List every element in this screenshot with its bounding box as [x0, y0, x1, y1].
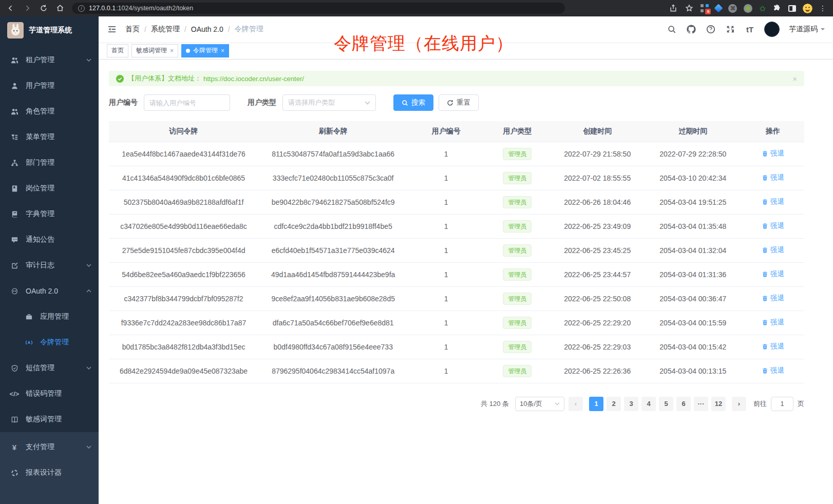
user-menu[interactable]: 芋道源码 — [789, 25, 825, 34]
expire-time-cell: 2054-03-04 00:15:42 — [645, 335, 742, 359]
page-size-select[interactable]: 10条/页 — [515, 397, 564, 411]
app-logo[interactable]: 芋道管理系统 — [0, 16, 99, 44]
force-logout-link[interactable]: 强退 — [762, 294, 784, 303]
bookmark-star-icon[interactable] — [685, 4, 694, 13]
user-id-input[interactable] — [144, 94, 230, 111]
sidebar-item-role[interactable]: 角色管理 — [0, 99, 99, 124]
navbar-actions: tT 芋道源码 — [667, 22, 825, 37]
force-logout-link[interactable]: 强退 — [762, 221, 784, 230]
page-button[interactable]: 12 — [711, 397, 726, 411]
sidebar-item-oauth-app[interactable]: 应用管理 — [0, 304, 99, 329]
search-button[interactable]: 搜索 — [393, 94, 433, 111]
forward-icon[interactable] — [23, 4, 32, 13]
sidebar-item-dict[interactable]: 字典管理 — [0, 201, 99, 227]
sidebar-item-oauth-token[interactable]: 令牌管理 — [0, 329, 99, 355]
sidebar-item-label: 租户管理 — [26, 55, 54, 65]
chevron-down-icon — [86, 366, 91, 370]
site-info-icon[interactable]: i — [78, 5, 85, 12]
page-button[interactable]: 6 — [676, 397, 691, 411]
close-icon[interactable]: × — [221, 47, 224, 54]
chevron-down-icon — [365, 101, 370, 105]
page-button[interactable]: 5 — [659, 397, 673, 411]
help-icon[interactable] — [706, 24, 716, 34]
tab-home[interactable]: 首页 — [107, 44, 128, 57]
reset-button[interactable]: 重置 — [439, 94, 479, 111]
force-logout-link[interactable]: 强退 — [762, 342, 784, 351]
page-ellipsis-button[interactable]: ··· — [694, 397, 708, 411]
users-icon — [10, 107, 18, 115]
user-type-select[interactable]: 请选择用户类型 — [282, 94, 376, 111]
code-icon: </> — [10, 390, 18, 398]
breadcrumb-item[interactable]: 首页 — [125, 25, 140, 34]
next-page-button[interactable]: › — [732, 397, 746, 411]
address-bar[interactable]: i 127.0.0.1:1024/system/oauth2/token — [72, 3, 565, 14]
user-avatar[interactable] — [764, 22, 780, 37]
browser-profile-avatar[interactable] — [803, 4, 812, 13]
created-time-cell: 2022-06-25 23:45:25 — [551, 238, 645, 262]
fullscreen-icon[interactable] — [725, 24, 735, 34]
table-row: b0d1785bc3a8482f812db4a3f3bd15ecb0df4980… — [109, 335, 804, 359]
sidebar-item-audit[interactable]: 审计日志 — [0, 253, 99, 278]
force-logout-link[interactable]: 强退 — [762, 245, 784, 255]
reload-icon[interactable] — [39, 4, 48, 13]
sidebar-item-label: 支付管理 — [26, 442, 54, 452]
browser-menu-icon[interactable]: ⋮ — [819, 4, 827, 12]
org-chart-icon — [10, 159, 18, 167]
token-table-body: 1ea5e44f8bc1467aaede43144f31de76811c5304… — [109, 142, 804, 383]
goto-page-input[interactable] — [771, 397, 793, 411]
doc-link[interactable]: https://doc.iocoder.cn/user-center/ — [203, 75, 304, 83]
command-extension-icon[interactable]: ⌘ — [728, 4, 737, 13]
sidebar-item-notice[interactable]: 通知公告 — [0, 227, 99, 253]
page-button[interactable]: 2 — [607, 397, 621, 411]
extensions-puzzle-icon[interactable] — [772, 4, 782, 13]
split-screen-icon[interactable] — [788, 5, 796, 12]
page-button[interactable]: 4 — [641, 397, 656, 411]
sidebar-item-dept[interactable]: 部门管理 — [0, 150, 99, 176]
close-icon[interactable]: × — [170, 47, 174, 54]
tab-sensitive-words[interactable]: 敏感词管理× — [131, 44, 178, 57]
breadcrumb-item[interactable]: OAuth 2.0 — [191, 25, 223, 33]
sidebar-item-errcode[interactable]: </> 错误码管理 — [0, 381, 99, 406]
sidebar-item-user[interactable]: 用户管理 — [0, 73, 99, 99]
sidebar-item-tenant[interactable]: 租户管理 — [0, 47, 99, 73]
github-icon[interactable] — [686, 24, 696, 34]
force-logout-link[interactable]: 强退 — [762, 269, 784, 279]
share-icon[interactable] — [669, 4, 678, 13]
badge-icon — [10, 184, 18, 192]
font-size-icon[interactable]: tT — [745, 24, 755, 34]
expire-time-cell: 2022-07-29 22:28:50 — [645, 142, 742, 166]
dot-extension-icon[interactable] — [744, 4, 752, 13]
star-extension-icon[interactable]: ✩ — [759, 5, 766, 12]
prev-page-button[interactable]: ‹ — [569, 397, 583, 411]
back-icon[interactable] — [6, 4, 15, 13]
breadcrumb-item[interactable]: 系统管理 — [151, 25, 180, 34]
sidebar-item-report[interactable]: 报表设计器 — [0, 460, 99, 486]
page-button[interactable]: 1 — [589, 397, 603, 411]
trash-icon — [762, 295, 768, 302]
sidebar-item-sms[interactable]: 短信管理 — [0, 355, 99, 381]
sidebar-fold-icon[interactable] — [107, 24, 117, 34]
home-icon[interactable] — [55, 4, 65, 13]
created-time-cell: 2022-06-25 22:29:03 — [551, 335, 645, 359]
force-logout-link[interactable]: 强退 — [762, 197, 784, 206]
force-logout-link[interactable]: 强退 — [762, 173, 784, 182]
force-logout-link[interactable]: 强退 — [762, 149, 784, 158]
search-button-label: 搜索 — [411, 98, 425, 107]
gem-extension-icon[interactable] — [714, 4, 723, 13]
extension-grid-icon[interactable]: 9 — [701, 4, 709, 12]
force-logout-link[interactable]: 强退 — [762, 366, 784, 375]
search-icon[interactable] — [667, 24, 677, 34]
tab-token-management[interactable]: 令牌管理× — [181, 44, 229, 57]
sidebar-item-post[interactable]: 岗位管理 — [0, 176, 99, 201]
sidebar-item-oauth[interactable]: OAuth 2.0 — [0, 278, 99, 304]
col-created-time: 创建时间 — [551, 121, 645, 142]
table-row: 6d842e2924594de9a09e45e087323abe8796295f… — [109, 359, 804, 383]
sidebar-item-sensitive[interactable]: 敏感词管理 — [0, 406, 99, 432]
alert-close-icon[interactable]: × — [792, 74, 797, 83]
app-title: 芋道管理系统 — [29, 26, 72, 35]
force-logout-link[interactable]: 强退 — [762, 318, 784, 327]
sidebar-item-pay[interactable]: ¥ 支付管理 — [0, 434, 99, 460]
page-button[interactable]: 3 — [624, 397, 638, 411]
tab-label: 令牌管理 — [193, 46, 218, 55]
sidebar-item-menu[interactable]: 菜单管理 — [0, 124, 99, 150]
